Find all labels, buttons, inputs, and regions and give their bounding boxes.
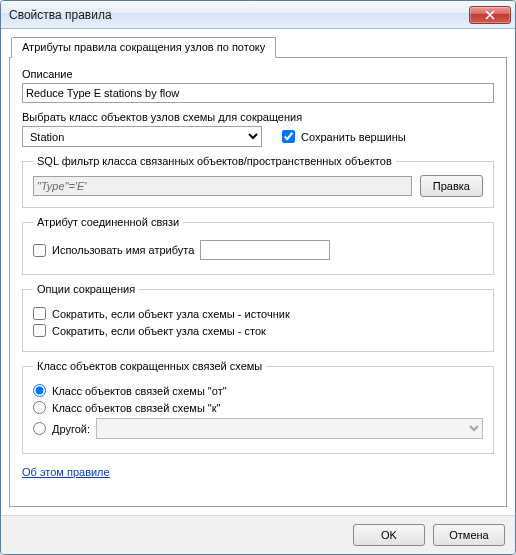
- reduce-sink-checkbox[interactable]: [33, 324, 46, 337]
- cancel-button[interactable]: Отмена: [433, 524, 505, 546]
- dialog-footer: OK Отмена: [1, 515, 515, 554]
- target-other-row: Другой:: [33, 418, 483, 439]
- sql-input: [33, 176, 412, 196]
- close-icon: [485, 10, 495, 20]
- nodeclass-row: Выбрать класс объектов узлов схемы для с…: [22, 111, 494, 147]
- target-other-radio[interactable]: [33, 422, 46, 435]
- target-from-radio[interactable]: [33, 384, 46, 397]
- target-from-row[interactable]: Класс объектов связей схемы "от": [33, 384, 483, 397]
- target-other-select[interactable]: [96, 418, 483, 439]
- description-input[interactable]: [22, 83, 494, 103]
- nodeclass-select[interactable]: Station: [22, 126, 262, 147]
- keep-vertices-row[interactable]: Сохранить вершины: [282, 130, 406, 143]
- reduce-source-row[interactable]: Сократить, если объект узла схемы - исто…: [33, 307, 483, 320]
- tab-panel: Описание Выбрать класс объектов узлов сх…: [9, 58, 507, 507]
- target-to-row[interactable]: Класс объектов связей схемы "к": [33, 401, 483, 414]
- target-to-radio[interactable]: [33, 401, 46, 414]
- reduce-source-label: Сократить, если объект узла схемы - исто…: [52, 308, 290, 320]
- about-rule-link[interactable]: Об этом правиле: [22, 466, 110, 478]
- tab-label: Атрибуты правила сокращения узлов по пот…: [22, 41, 265, 53]
- target-other-label: Другой:: [52, 423, 90, 435]
- target-to-label: Класс объектов связей схемы "к": [52, 402, 220, 414]
- use-attr-label: Использовать имя атрибута: [52, 244, 194, 256]
- keep-vertices-checkbox[interactable]: [282, 130, 295, 143]
- sql-fieldset: SQL фильтр класса связанных объектов/про…: [22, 155, 494, 208]
- description-label: Описание: [22, 68, 494, 80]
- attr-legend: Атрибут соединенной связи: [33, 216, 183, 228]
- tab-attributes[interactable]: Атрибуты правила сокращения узлов по пот…: [11, 37, 276, 58]
- reduce-sink-label: Сократить, если объект узла схемы - сток: [52, 325, 266, 337]
- attr-fieldset: Атрибут соединенной связи Использовать и…: [22, 216, 494, 275]
- target-legend: Класс объектов сокращенных связей схемы: [33, 360, 266, 372]
- target-fieldset: Класс объектов сокращенных связей схемы …: [22, 360, 494, 454]
- ok-button[interactable]: OK: [353, 524, 425, 546]
- reduce-source-checkbox[interactable]: [33, 307, 46, 320]
- dialog-body: Атрибуты правила сокращения узлов по пот…: [1, 29, 515, 515]
- use-attr-row[interactable]: Использовать имя атрибута: [33, 240, 483, 260]
- window-title: Свойства правила: [9, 7, 469, 22]
- tab-strip: Атрибуты правила сокращения узлов по пот…: [9, 35, 507, 58]
- keep-vertices-label: Сохранить вершины: [301, 131, 406, 143]
- reduce-sink-row[interactable]: Сократить, если объект узла схемы - сток: [33, 324, 483, 337]
- description-row: Описание: [22, 68, 494, 103]
- nodeclass-label: Выбрать класс объектов узлов схемы для с…: [22, 111, 494, 123]
- opts-fieldset: Опции сокращения Сократить, если объект …: [22, 283, 494, 352]
- dialog-window: Свойства правила Атрибуты правила сокращ…: [0, 0, 516, 555]
- target-from-label: Класс объектов связей схемы "от": [52, 385, 227, 397]
- attr-name-input[interactable]: [200, 240, 330, 260]
- sql-edit-button[interactable]: Правка: [420, 175, 483, 197]
- close-button[interactable]: [469, 6, 511, 24]
- opts-legend: Опции сокращения: [33, 283, 139, 295]
- titlebar: Свойства правила: [1, 1, 515, 29]
- sql-legend: SQL фильтр класса связанных объектов/про…: [33, 155, 396, 167]
- use-attr-checkbox[interactable]: [33, 244, 46, 257]
